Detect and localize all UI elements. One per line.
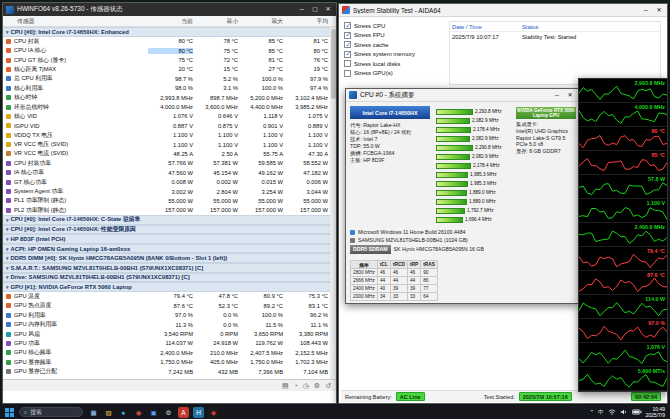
sensor-group-header[interactable]: ▾DDR5 DIMM [#0]: SK Hynix HMCG78AGB5A095… [3,253,336,263]
sensor-row[interactable]: GT 核心功率0.008 W0.002 W0.015 W0.006 W [3,177,336,186]
edge-icon[interactable]: ● [118,407,129,418]
sensor-row[interactable]: GPU 温度79.4 °C47.8 °C80.9 °C75.3 °C [3,292,336,301]
stress-option[interactable]: Stress GPU(s) [344,69,442,79]
sensor-row[interactable]: 环形总线时钟4,000.0 MHz3,600.0 MHz4,400.0 MHz3… [3,102,336,111]
close-icon[interactable]: ✕ [565,90,575,101]
sensor-row[interactable]: CPU 封装功率57.766 W57.381 W59.585 W58.552 W [3,159,336,168]
search-input[interactable]: ⌕ 搜索 [19,407,83,417]
tray-chevron-icon[interactable]: ⌃ [589,409,594,415]
minimize-icon[interactable]: ─ [297,4,307,15]
omen-icon[interactable]: ◆ [208,407,219,418]
close-icon[interactable]: ✕ [323,4,333,15]
clock-icon[interactable]: ◷ [303,382,309,390]
summary-titlebar[interactable]: CPU #0 - 系统摘要 ─ ✕ [346,89,578,102]
sensor-row[interactable]: GPU 核心频率2,400.0 MHz210.0 MHz2,407.5 MHz2… [3,348,336,357]
summary-body: Intel Core i7-14650HX 代号: Raptor Lake-HX… [346,102,578,304]
sensor-row[interactable]: GPU 风扇3,540 RPM0 RPM3,650 RPM3,380 RPM [3,329,336,338]
log-row[interactable]: 2025/7/9 10:07:17Stability Test: Started [450,32,660,41]
minimize-icon[interactable]: ─ [552,90,562,101]
log-col-status[interactable]: Status [522,24,660,30]
sensor-row[interactable]: GPU 显存频率1,750.0 MHz405.0 MHz1,750.0 MHz1… [3,358,336,367]
close-icon[interactable]: ✕ [654,5,664,16]
sensor-value: 47.30 A [283,151,328,157]
sensors-titlebar[interactable]: HWiNFO64 v8.26-5730 - 传感器状态 ─ ▢ ✕ [3,3,336,16]
checkbox[interactable] [344,51,351,58]
start-button[interactable] [5,408,14,417]
graph-icon[interactable]: ▤ [282,382,289,390]
sensor-row[interactable]: GPU 利用率97.0 %0.0 %100.0 %96.2 % [3,311,336,320]
sensor-row[interactable]: IGPU VID0.887 V0.875 V0.901 V0.889 V [3,121,336,130]
sensor-group-header[interactable]: ▾S.M.A.R.T.: SAMSUNG MZVL81T0HELB-00BH1 … [3,263,336,273]
maximize-icon[interactable]: ▢ [310,4,320,15]
store-icon[interactable]: ▣ [148,407,159,418]
sensor-value: 0 RPM [193,331,238,337]
sensor-row[interactable]: 总 CPU 利用率98.7 %5.2 %100.0 %97.9 % [3,74,336,83]
sensor-column-0[interactable]: 传感器 [3,17,148,26]
sensor-row[interactable]: GPU 显存已分配7,242 MB432 MB7,396 MB7,104 MB [3,367,336,376]
aida64-icon[interactable]: A [178,407,189,418]
core-clock-bar [436,172,468,178]
sensor-row[interactable]: IA 核心功率47.560 W45.154 W49.162 W47.182 W [3,168,336,177]
stress-option[interactable]: Stress FPU [344,31,442,41]
reset-icon[interactable]: ↺ [325,382,331,390]
sensor-row[interactable]: VDDQ TX 电压1.100 V1.100 V1.100 V1.100 V [3,131,336,140]
sensor-row[interactable]: 核心 VID1.076 V0.646 V1.118 V1.075 V [3,112,336,121]
sensor-row[interactable]: VR VCC 电压 (SVID)1.100 V1.100 V1.100 V1.1… [3,140,336,149]
volume-icon[interactable] [620,408,628,416]
sensor-group-header[interactable]: ▾Drive: SAMSUNG MZVL81T0HELB-00BH1 (S79U… [3,273,336,283]
sensor-group-header[interactable]: ▾CPU [#0]: Intel Core i7-14650HX: Enhanc… [3,27,336,37]
checkbox[interactable] [344,22,351,29]
aida-titlebar[interactable]: System Stability Test - AIDA64 ─ ✕ [339,4,667,17]
sensor-group-header[interactable]: ▾CPU [#0]: Intel Core i7-14650HX: C-Stat… [3,215,336,225]
sensor-column-1[interactable]: 当前 [148,17,193,26]
sensor-row[interactable]: 核心利用率98.0 %3.1 %100.0 %97.4 % [3,84,336,93]
sensor-row[interactable]: CPU IA 核心80 °C75 °C85 °C80 °C [3,46,336,55]
sensor-row[interactable]: PL2 功率限制 (静态)157.000 W157.000 W157.000 W… [3,206,336,215]
sensor-group-header[interactable]: ▾GPU [#1]: NVIDIA GeForce RTX 5060 Lapto… [3,282,336,292]
checkbox[interactable] [344,70,351,77]
settings-icon[interactable]: ⚙ [314,382,320,390]
sensor-column-3[interactable]: 最大 [238,17,283,26]
battery-icon[interactable] [632,408,642,416]
sensor-row[interactable]: System Agent 功率3.002 W2.804 W3.254 W3.04… [3,187,336,196]
stress-option[interactable]: Stress local disks [344,59,442,69]
wifi-icon[interactable] [608,408,616,416]
scrollbar[interactable] [330,27,336,379]
sensor-row[interactable]: CPU 封装80 °C78 °C85 °C81 °C [3,37,336,46]
gauge-icon[interactable]: ◔ [294,382,298,389]
settings-icon[interactable]: ⚙ [163,407,174,418]
sensor-group-header[interactable]: ▾CPU [#0]: Intel Core i7-14650HX: 性能受限原因 [3,225,336,235]
tray-clock[interactable]: 10:49 2025/7/9 [646,406,665,418]
sensor-row[interactable]: PL1 功率限制 (静态)55.000 W55.000 W55.000 W55.… [3,196,336,205]
log-col-datetime[interactable]: Date / Time [450,24,522,30]
sensor-group-header[interactable]: ▾HP 8D3F (Intel PCH) [3,234,336,244]
sensor-row[interactable]: VR VCC 电流 (SVID)48.25 A2.50 A55.75 A47.3… [3,149,336,158]
log-header[interactable]: Date / Time Status [450,22,660,32]
stress-option[interactable]: Stress cache [344,40,442,50]
ime-indicator[interactable]: 中 [598,409,604,416]
sensor-row[interactable]: GPU 内存利用率11.3 %0.0 %11.5 %11.1 % [3,320,336,329]
sensor-row[interactable]: 核心距离 TjMAX20 °C15 °C27 °C19 °C [3,65,336,74]
sensor-column-2[interactable]: 最小 [193,17,238,26]
sensor-row[interactable]: CPU GT 核心 (显卡)75 °C72 °C81 °C76 °C [3,55,336,64]
stress-option[interactable]: Stress CPU [344,21,442,31]
scrollbar-thumb[interactable] [331,29,336,99]
sensor-value: 1,750.0 MHz [238,359,283,365]
sensor-row[interactable]: GPU 热点温度87.6 °C52.3 °C89.2 °C83.1 °C [3,301,336,310]
cpu-info-line: 主板: HP 8D3F [350,157,432,164]
task-view-icon[interactable]: ▦ [88,407,99,418]
sensor-column-header[interactable]: 传感器当前最小最大平均 [3,16,336,27]
sensor-graph: 2,400.0 MHz [579,223,667,247]
checkbox[interactable] [344,60,351,67]
stress-option[interactable]: Stress system memory [344,50,442,60]
sensor-row[interactable]: 核心时钟2,993.8 MHz898.7 MHz5,200.0 MHz3,102… [3,93,336,102]
sensor-column-4[interactable]: 平均 [283,17,328,26]
chrome-icon[interactable]: ◉ [133,407,144,418]
minimize-icon[interactable]: ─ [641,5,651,16]
sensor-row[interactable]: GPU 功率114.037 W24.918 W119.762 W108.443 … [3,339,336,348]
checkbox[interactable] [344,41,351,48]
sensor-group-header[interactable]: ▾ACPI: HP OMEN Gaming Laptop 16-am0xxx [3,244,336,254]
hwinfo-icon[interactable]: H [193,407,204,418]
file-explorer-icon[interactable]: ▨ [103,407,114,418]
checkbox[interactable] [344,32,351,39]
